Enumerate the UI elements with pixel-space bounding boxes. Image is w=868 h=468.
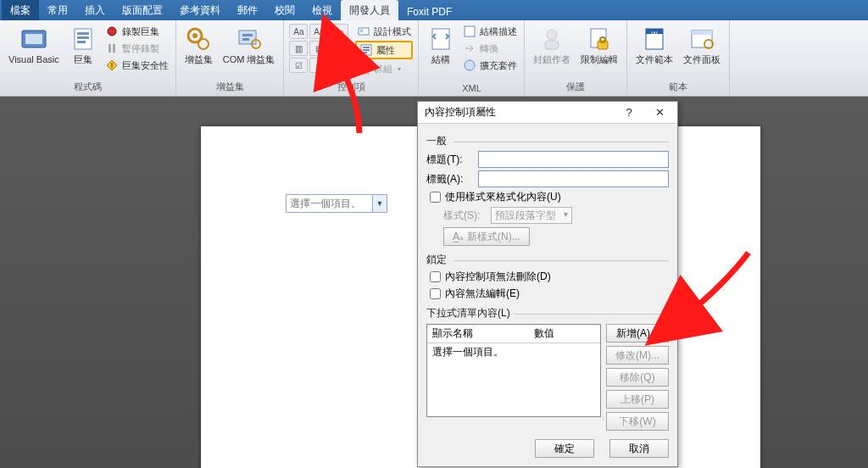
svg-rect-5	[77, 41, 86, 43]
tag-field[interactable]	[478, 170, 669, 187]
tab-review[interactable]: 校閱	[266, 0, 303, 20]
cant-edit-checkbox[interactable]	[430, 288, 441, 299]
svg-rect-8	[113, 44, 115, 53]
expansion-button[interactable]: 擴充套件	[461, 58, 519, 73]
macros-icon	[70, 25, 97, 53]
ribbon: Visual Basic 巨集 錄製巨集 暫停錄製 !巨集安全性 程式碼 增益集	[0, 20, 868, 97]
tab-references[interactable]: 參考資料	[171, 0, 229, 20]
ctrl-combo-icon[interactable]: ▥	[289, 41, 308, 56]
general-section-label: 一般	[426, 134, 669, 148]
com-addins-button[interactable]: COM 增益集	[220, 24, 279, 66]
design-mode-icon	[357, 25, 370, 38]
security-icon: !	[105, 58, 119, 72]
tab-developer[interactable]: 開發人員	[341, 0, 398, 20]
svg-point-13	[198, 39, 209, 49]
macros-label: 巨集	[74, 54, 92, 64]
properties-button[interactable]: 屬性	[355, 41, 413, 59]
svg-rect-20	[363, 47, 370, 48]
ribbon-group-protect: 封鎖作者 限制編輯 保護	[525, 20, 627, 96]
macros-button[interactable]: 巨集	[66, 24, 100, 66]
properties-icon	[359, 43, 373, 57]
dropdown-items-listbox[interactable]: 顯示名稱 數值 選擇一個項目。	[426, 324, 601, 417]
ribbon-group-code: Visual Basic 巨集 錄製巨集 暫停錄製 !巨集安全性 程式碼	[0, 20, 176, 96]
tab-mailings[interactable]: 郵件	[229, 0, 266, 20]
dropdown-list-section-label: 下拉式清單內容(L)	[426, 306, 669, 320]
svg-point-6	[108, 27, 116, 36]
ctrl-dropdown-icon[interactable]: ▤	[309, 41, 328, 56]
macro-security-button[interactable]: !巨集安全性	[103, 58, 170, 73]
svg-point-12	[192, 33, 198, 38]
doc-panel-icon	[688, 25, 715, 53]
svg-rect-15	[242, 34, 253, 36]
svg-point-27	[465, 60, 475, 70]
schema-icon	[463, 25, 476, 38]
ctrl-more-icon[interactable]: ▾	[330, 58, 348, 73]
style-select: 預設段落字型	[491, 207, 572, 224]
ctrl-checkbox-icon[interactable]: ☑	[289, 58, 308, 73]
move-up-button: 上移(P)	[606, 390, 669, 409]
tab-view[interactable]: 檢視	[303, 0, 341, 20]
tab-file[interactable]: 檔案	[2, 0, 39, 20]
doc-template-button[interactable]: W 文件範本	[632, 24, 676, 66]
tab-layout[interactable]: 版面配置	[114, 0, 171, 20]
visual-basic-button[interactable]: Visual Basic	[5, 24, 63, 66]
block-author-button[interactable]: 封鎖作者	[530, 24, 574, 66]
lock-section-label: 鎖定	[426, 253, 669, 267]
ok-button[interactable]: 確定	[535, 439, 594, 458]
schema-button[interactable]: 結構描述	[461, 24, 519, 39]
title-field-label: 標題(T):	[426, 153, 473, 167]
dialog-title: 內容控制項屬性	[425, 105, 496, 120]
ctrl-date-icon[interactable]: 📅	[330, 41, 348, 56]
svg-text:W: W	[652, 30, 659, 37]
ctrl-legacy-icon[interactable]: ≡	[309, 58, 328, 73]
list-col-name: 顯示名稱	[427, 325, 529, 343]
chevron-down-icon[interactable]: ▼	[372, 194, 387, 213]
ctrl-richtext-icon[interactable]: Aa	[289, 24, 308, 39]
design-mode-button[interactable]: 設計模式	[355, 24, 413, 39]
svg-rect-21	[363, 49, 370, 51]
content-control-dropdown[interactable]: 選擇一個項目。 ▼	[286, 194, 387, 213]
vb-icon	[20, 25, 47, 53]
structure-icon	[427, 25, 454, 53]
content-control-properties-dialog: 內容控制項屬性 ? ✕ 一般 標題(T): 標籤(A): 使用樣式來格式化內容(…	[417, 101, 678, 467]
doc-panel-button[interactable]: 文件面板	[680, 24, 724, 66]
transform-button[interactable]: 轉換	[461, 41, 519, 56]
cant-delete-checkbox[interactable]	[430, 271, 441, 282]
dialog-help-button[interactable]: ?	[615, 104, 643, 121]
restrict-edit-button[interactable]: 限制編輯	[577, 24, 621, 66]
svg-rect-14	[239, 31, 256, 44]
modify-item-button: 修改(M)...	[606, 346, 669, 365]
record-macro-button[interactable]: 錄製巨集	[103, 24, 170, 39]
pause-icon	[105, 42, 119, 55]
record-icon	[105, 25, 119, 38]
code-group-caption: 程式碼	[0, 79, 175, 96]
addins-button[interactable]: 增益集	[181, 24, 216, 66]
style-select-label: 樣式(S):	[443, 209, 486, 223]
list-item[interactable]: 選擇一個項目。	[427, 343, 600, 361]
structure-button[interactable]: 結構	[424, 24, 458, 66]
title-field[interactable]	[478, 151, 669, 168]
svg-rect-1	[25, 34, 42, 44]
controls-gallery[interactable]: Aa Aa ▭ ▥ ▤ 📅 ☑ ≡ ▾	[289, 24, 348, 73]
list-col-value: 數值	[529, 325, 600, 343]
cancel-button[interactable]: 取消	[609, 439, 669, 458]
group-button[interactable]: 群組▾	[355, 61, 413, 76]
ctrl-picture-icon[interactable]: ▭	[330, 24, 348, 39]
add-item-button[interactable]: 新增(A)...	[606, 324, 669, 343]
svg-rect-16	[242, 38, 249, 41]
svg-rect-37	[692, 31, 712, 35]
restrict-edit-icon	[586, 25, 613, 53]
tab-home[interactable]: 常用	[39, 0, 76, 20]
use-style-label: 使用樣式來格式化內容(U)	[445, 190, 561, 204]
svg-rect-4	[77, 36, 89, 39]
tab-insert[interactable]: 插入	[76, 0, 114, 20]
dialog-titlebar[interactable]: 內容控制項屬性 ? ✕	[418, 102, 677, 124]
tab-foxit[interactable]: Foxit PDF	[398, 3, 460, 20]
dialog-close-button[interactable]: ✕	[645, 104, 674, 121]
svg-rect-3	[77, 32, 89, 35]
pause-record-button[interactable]: 暫停錄製	[103, 41, 170, 56]
ctrl-plaintext-icon[interactable]: Aa	[309, 24, 328, 39]
use-style-checkbox[interactable]	[430, 192, 441, 203]
addins-icon	[185, 25, 212, 53]
ribbon-group-addins: 增益集 COM 增益集 增益集	[176, 20, 285, 96]
